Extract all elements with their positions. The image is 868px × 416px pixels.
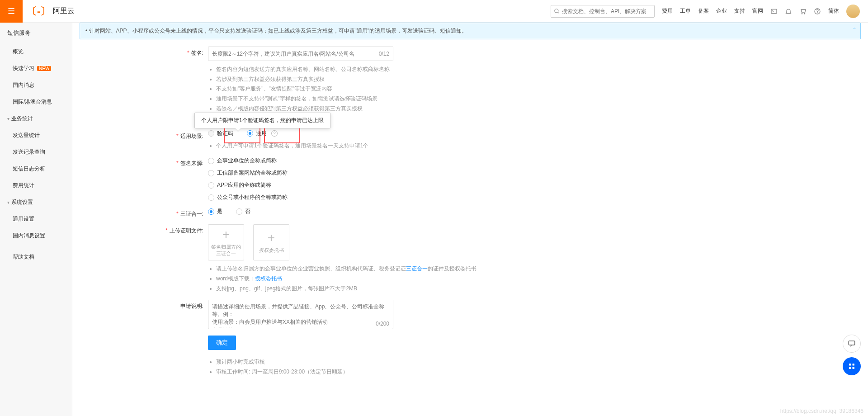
radio-label: 企事业单位的全称或简称: [217, 157, 277, 165]
link-auth-doc[interactable]: 授权委托书: [255, 275, 282, 282]
radio-label: 公众号或小程序的全称或简称: [217, 194, 288, 201]
radio-circle-icon: [208, 182, 214, 189]
nav-website[interactable]: 官网: [752, 7, 763, 15]
info-banner: • 针对网站、APP、小程序或公众号未上线的情况，平台只支持发送验证码；如已上线…: [80, 23, 861, 39]
nav-cost[interactable]: 费用: [662, 7, 673, 15]
bell-icon[interactable]: [785, 8, 792, 15]
signature-counter: 0/12: [379, 51, 389, 57]
submit-button[interactable]: 确定: [208, 336, 236, 350]
sidebar-section-label: 业务统计: [11, 115, 33, 123]
svg-point-6: [817, 13, 818, 13]
desc-textarea-wrap: 0/200: [208, 300, 393, 329]
row-upload: 上传证明文件: + 签名归属方的三证合一 + 授权委托书 请上传签名归属方的: [154, 224, 506, 293]
lang-switch[interactable]: 简体: [828, 7, 839, 15]
svg-rect-7: [849, 341, 855, 345]
sidebar-section-stats[interactable]: ▾业务统计: [0, 110, 72, 127]
float-chat-button[interactable]: [843, 335, 861, 353]
sidebar-item-coststats[interactable]: 费用统计: [0, 177, 72, 194]
svg-point-4: [804, 13, 805, 14]
sidebar-item-sendrecord[interactable]: 发送记录查询: [0, 144, 72, 161]
sidebar-item-overview[interactable]: 概览: [0, 43, 72, 60]
float-apps-button[interactable]: [843, 357, 861, 375]
help-circle-icon[interactable]: ?: [271, 130, 278, 137]
radio-three-yes[interactable]: 是: [208, 208, 222, 215]
cart-icon[interactable]: [799, 8, 807, 15]
sidebar-item-domestic-settings[interactable]: 国内消息设置: [0, 227, 72, 244]
scene-tooltip: 个人用户限申请1个验证码签名，您的申请已达上限: [194, 113, 330, 128]
apps-icon: [848, 362, 856, 370]
banner-close-icon[interactable]: ⌃: [852, 26, 857, 34]
help-icon[interactable]: [814, 8, 821, 15]
upload-box-auth[interactable]: + 授权委托书: [253, 224, 289, 260]
search-input[interactable]: [562, 8, 651, 14]
tooltip-text: 个人用户限申请1个验证码签名，您的申请已达上限: [201, 117, 324, 123]
radio-label: APP应用的全称或简称: [217, 181, 271, 189]
brand-logo[interactable]: 〔-〕 阿里云: [27, 5, 75, 18]
hint-item: 审核工作时间: 周一至周日9:00-23:00（法定节日顺延）: [216, 367, 506, 377]
radio-label: 工信部备案网站的全称或简称: [217, 169, 288, 177]
sidebar-section-settings[interactable]: ▾系统设置: [0, 194, 72, 211]
svg-rect-2: [771, 9, 777, 13]
upload-box-cert[interactable]: + 签名归属方的三证合一: [208, 224, 244, 260]
sidebar-item-quickstart[interactable]: 快速学习NEW: [0, 60, 72, 77]
sidebar-item-intl[interactable]: 国际/港澳台消息: [0, 94, 72, 110]
radio-source-3[interactable]: 公众号或小程序的全称或简称: [208, 194, 506, 201]
radio-circle-icon: [208, 170, 214, 176]
sidebar-section-label: 系统设置: [11, 199, 33, 206]
radio-label: 通用: [256, 130, 267, 137]
footer-hints: 预计两小时完成审核 审核工作时间: 周一至周日9:00-23:00（法定节日顺延…: [216, 357, 506, 377]
nav-icp[interactable]: 备案: [698, 7, 709, 15]
main-content: • 针对网站、APP、小程序或公众号未上线的情况，平台只支持发送验证码；如已上线…: [72, 23, 868, 416]
row-submit: 确定 预计两小时完成审核 审核工作时间: 周一至周日9:00-23:00（法定节…: [154, 336, 506, 377]
label-scene: 适用场景:: [154, 130, 208, 151]
caret-down-icon: ▾: [7, 116, 9, 121]
sidebar-item-domestic[interactable]: 国内消息: [0, 77, 72, 94]
label-three: 三证合一:: [154, 208, 208, 218]
avatar[interactable]: [846, 5, 860, 18]
radio-source-0[interactable]: 企事业单位的全称或简称: [208, 157, 506, 165]
sidebar-item-label: 快速学习: [13, 65, 34, 72]
radio-general[interactable]: 通用 ?: [247, 130, 278, 137]
three-radio-group: 是 否: [208, 208, 506, 215]
search-input-wrap[interactable]: [551, 5, 655, 18]
hamburger-icon: ☰: [8, 6, 15, 16]
brand-text: 阿里云: [53, 6, 75, 16]
link-three-cert[interactable]: 三证合一: [406, 265, 428, 272]
nav-ticket[interactable]: 工单: [680, 7, 691, 15]
label-desc: 申请说明:: [154, 300, 208, 329]
desc-textarea[interactable]: [208, 300, 393, 327]
header-right: 费用 工单 备案 企业 支持 官网 简体: [551, 5, 868, 18]
sidebar-item-general[interactable]: 通用设置: [0, 211, 72, 227]
chat-icon: [848, 340, 856, 348]
radio-three-no[interactable]: 否: [236, 208, 250, 215]
cloud-shell-icon[interactable]: [770, 8, 778, 15]
sidebar-item-help[interactable]: 帮助文档: [0, 249, 72, 265]
top-header: ☰ 〔-〕 阿里云 费用 工单 备案 企业 支持 官网 简体: [0, 0, 868, 23]
row-desc: 申请说明: 0/200: [154, 300, 506, 329]
nav-enterprise[interactable]: 企业: [716, 7, 727, 15]
banner-bullet: •: [85, 28, 89, 34]
svg-rect-11: [853, 367, 855, 369]
source-radio-group: 企事业单位的全称或简称 工信部备案网站的全称或简称 APP应用的全称或简称 公众…: [208, 157, 506, 201]
hint-item: 若签名／模版内容侵犯到第三方权益必须获得第三方真实授权: [216, 104, 506, 114]
scene-radio-group: 验证码 通用 ?: [208, 130, 506, 137]
search-icon: [554, 8, 560, 14]
nav-support[interactable]: 支持: [734, 7, 745, 15]
radio-verify[interactable]: 验证码: [208, 130, 233, 137]
upload-label: 签名归属方的三证合一: [211, 244, 241, 257]
row-three: 三证合一: 是 否: [154, 208, 506, 218]
svg-point-3: [802, 13, 802, 14]
sidebar-title: 短信服务: [0, 23, 72, 43]
radio-source-1[interactable]: 工信部备案网站的全称或简称: [208, 169, 506, 177]
menu-toggle[interactable]: ☰: [0, 0, 23, 23]
radio-label: 是: [217, 208, 222, 215]
hint-item: 不支持如"客户服务"、"友情提醒"等过于宽泛内容: [216, 84, 506, 94]
signature-input[interactable]: [208, 47, 393, 61]
sidebar-item-sendstats[interactable]: 发送量统计: [0, 127, 72, 144]
sidebar-item-smslog[interactable]: 短信日志分析: [0, 161, 72, 177]
radio-source-2[interactable]: APP应用的全称或简称: [208, 181, 506, 189]
row-scene: 个人用户限申请1个验证码签名，您的申请已达上限 适用场景: 验证码 通用: [154, 130, 506, 151]
hint-item: 个人用户可申请1个验证码签名，通用场景签名一天支持申请1个: [216, 141, 506, 151]
banner-text: 针对网站、APP、小程序或公众号未上线的情况，平台只支持发送验证码；如已上线或涉…: [89, 28, 467, 34]
radio-circle-icon: [247, 130, 253, 137]
